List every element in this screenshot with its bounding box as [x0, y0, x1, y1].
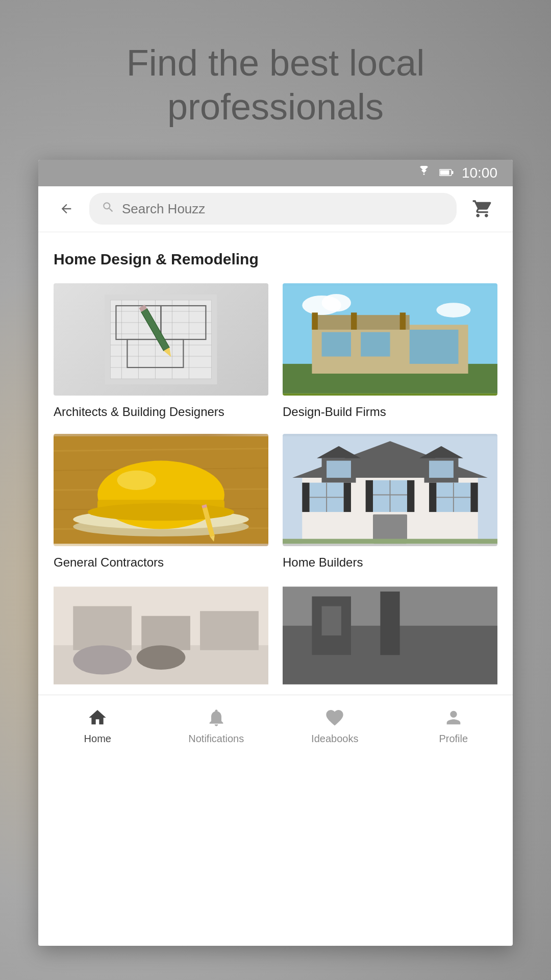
- search-input[interactable]: [122, 201, 444, 217]
- status-time: 10:00: [462, 165, 497, 181]
- home-builders-label: Home Builders: [283, 554, 497, 570]
- search-icon: [102, 201, 115, 217]
- wifi-icon: [417, 166, 431, 180]
- svg-rect-31: [410, 330, 459, 364]
- svg-rect-67: [366, 480, 373, 512]
- grid-item-architects[interactable]: Architects & Building Designers: [54, 283, 268, 420]
- status-bar: 10:00: [38, 160, 513, 186]
- svg-rect-32: [312, 312, 317, 329]
- nav-item-notifications[interactable]: Notifications: [157, 701, 276, 750]
- svg-rect-28: [312, 315, 409, 330]
- profile-nav-label: Profile: [439, 733, 468, 745]
- svg-point-26: [436, 303, 470, 317]
- design-build-label: Design-Build Firms: [283, 404, 497, 420]
- svg-rect-72: [429, 483, 436, 512]
- nav-item-home[interactable]: Home: [38, 701, 157, 750]
- grid-item-interior[interactable]: [54, 584, 268, 695]
- nav-item-ideabooks[interactable]: Ideabooks: [276, 701, 394, 750]
- svg-rect-78: [73, 606, 132, 650]
- svg-point-46: [117, 471, 156, 490]
- svg-rect-73: [470, 483, 478, 512]
- svg-rect-34: [400, 312, 406, 329]
- hero-title: Find the best local professionals: [41, 41, 510, 129]
- design-build-image: [283, 283, 497, 396]
- svg-point-81: [73, 645, 132, 674]
- grid-item-exterior[interactable]: [283, 584, 497, 695]
- content-area: Home Design & Remodeling: [38, 232, 513, 695]
- phone-frame: 10:00 Home Design & Remodeling: [38, 160, 513, 946]
- battery-icon: [439, 166, 454, 180]
- grid-item-home-builders[interactable]: Home Builders: [283, 434, 497, 570]
- notifications-icon: [205, 706, 228, 729]
- svg-rect-80: [200, 611, 259, 650]
- svg-point-25: [322, 294, 351, 311]
- svg-rect-75: [283, 539, 497, 544]
- svg-rect-29: [322, 332, 351, 356]
- svg-rect-68: [407, 480, 414, 512]
- ideabooks-nav-label: Ideabooks: [311, 733, 358, 745]
- profile-icon: [442, 706, 465, 729]
- svg-point-45: [88, 503, 234, 521]
- svg-rect-62: [302, 483, 309, 512]
- interior-image: [54, 584, 268, 687]
- svg-rect-33: [351, 312, 357, 329]
- svg-rect-2: [452, 171, 453, 174]
- home-icon: [86, 706, 109, 729]
- svg-rect-79: [141, 616, 190, 650]
- top-bar: [38, 186, 513, 232]
- home-nav-label: Home: [84, 733, 111, 745]
- svg-rect-58: [429, 461, 454, 478]
- nav-item-profile[interactable]: Profile: [394, 701, 513, 750]
- architects-label: Architects & Building Designers: [54, 404, 268, 420]
- category-grid: Architects & Building Designers: [54, 283, 497, 695]
- grid-item-design-build[interactable]: Design-Build Firms: [283, 283, 497, 420]
- contractors-image: [54, 434, 268, 546]
- section-title: Home Design & Remodeling: [54, 251, 497, 268]
- grid-item-contractors[interactable]: General Contractors: [54, 434, 268, 570]
- svg-rect-87: [380, 592, 399, 655]
- exterior-image: [283, 584, 497, 687]
- back-button[interactable]: [54, 196, 79, 222]
- cart-button[interactable]: [467, 193, 497, 224]
- svg-rect-1: [440, 170, 449, 175]
- svg-point-82: [137, 645, 186, 670]
- svg-rect-86: [322, 606, 341, 635]
- svg-rect-57: [327, 461, 351, 478]
- notifications-nav-label: Notifications: [188, 733, 244, 745]
- bottom-navigation: Home Notifications Ideabooks: [38, 695, 513, 756]
- search-bar[interactable]: [89, 193, 457, 225]
- architects-image: [54, 283, 268, 396]
- ideabooks-icon: [323, 706, 346, 729]
- hero-section: Find the best local professionals: [0, 0, 551, 160]
- svg-rect-63: [344, 483, 351, 512]
- home-builders-image: [283, 434, 497, 546]
- svg-rect-30: [361, 332, 390, 356]
- contractors-label: General Contractors: [54, 554, 268, 570]
